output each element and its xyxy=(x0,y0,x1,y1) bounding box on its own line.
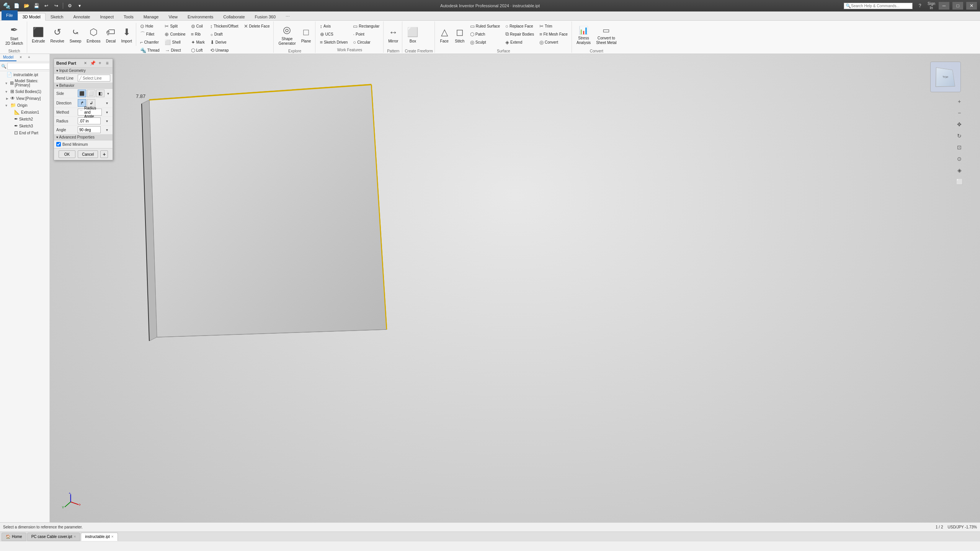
mark-btn[interactable]: ✦Mark xyxy=(189,38,207,46)
tab-tools[interactable]: Tools xyxy=(119,13,139,20)
tree-item-origin[interactable]: ▾ 📁 Origin xyxy=(0,102,49,109)
side-btn-1[interactable]: ⬛ xyxy=(78,90,86,97)
point-btn[interactable]: ·Point xyxy=(351,30,382,38)
maximize-btn[interactable]: □ xyxy=(952,2,963,10)
viewport[interactable]: 7.87 X Y Z TOP + − ✥ ↻ ⊡ ⊙ ◈ ⬜ xyxy=(50,54,980,522)
viewcube[interactable]: TOP xyxy=(930,62,961,92)
display-btn[interactable]: ⬜ xyxy=(954,176,965,187)
thread-btn[interactable]: 🔩Thread xyxy=(138,46,162,54)
derive-btn[interactable]: ⬇Derive xyxy=(208,38,241,46)
rib-btn[interactable]: ≡Rib xyxy=(189,30,207,38)
emboss-btn[interactable]: ⬡ Emboss xyxy=(84,22,103,48)
replace-face-btn[interactable]: ○Replace Face xyxy=(503,22,536,30)
advanced-section[interactable]: ▾ Advanced Properties xyxy=(54,134,113,140)
signin-btn[interactable]: Sign In xyxy=(927,2,936,10)
decal-btn[interactable]: 🏷 Decal xyxy=(103,22,118,48)
qa-btn-redo[interactable]: ↪ xyxy=(52,2,60,10)
delete-face-btn[interactable]: ✕Delete Face xyxy=(242,22,272,30)
stress-analysis-btn[interactable]: 📊 StressAnalysis xyxy=(574,22,593,48)
combine-btn[interactable]: ⊕Combine xyxy=(162,30,188,38)
split-btn[interactable]: ✂Split xyxy=(162,22,188,30)
qa-btn-open[interactable]: 📂 xyxy=(22,2,31,10)
behavior-section[interactable]: ▾ Behavior xyxy=(54,83,113,89)
tree-item-model-states[interactable]: ▾ ⊞ Model States:[Primary] xyxy=(0,78,49,88)
extrude-btn[interactable]: ⬛ Extrude xyxy=(29,22,47,48)
sculpt-btn[interactable]: ◎Sculpt xyxy=(468,38,502,46)
tree-item-solid-bodies[interactable]: ▾ ⊞ Solid Bodies(1) xyxy=(0,88,49,95)
qa-btn-save[interactable]: 💾 xyxy=(32,2,41,10)
btab-home[interactable]: 🏠 Home xyxy=(2,533,26,541)
method-select[interactable]: ⌒ Radius and Angle xyxy=(78,109,102,116)
input-geometry-section[interactable]: ▾ Input Geometry xyxy=(54,68,113,74)
panel-tab-model[interactable]: Model xyxy=(0,54,16,61)
box-btn[interactable]: ⬜ Box xyxy=(405,22,421,48)
zoom-in-btn[interactable]: + xyxy=(954,96,965,107)
revolve-btn[interactable]: ↺ Revolve xyxy=(48,22,67,48)
thicken-btn[interactable]: ↕Thicken/Offset xyxy=(208,22,241,30)
sketch-driven-btn[interactable]: ≡Sketch Driven xyxy=(318,38,350,46)
close-btn[interactable]: ✕ xyxy=(966,2,977,10)
sweep-btn[interactable]: ⤿ Sweep xyxy=(67,22,84,48)
direction-expand-btn[interactable]: ▾ xyxy=(103,99,110,106)
prop-footer-add-btn[interactable]: + xyxy=(100,150,108,158)
help-btn[interactable]: ? xyxy=(916,2,924,10)
ruled-surface-btn[interactable]: ▭Ruled Surface xyxy=(468,22,502,30)
tree-item-sketch2[interactable]: ✒ Sketch2 xyxy=(0,116,49,122)
tab-3d-model[interactable]: 3D Model xyxy=(18,13,46,21)
repair-bodies-btn[interactable]: ⧉Repair Bodies xyxy=(503,30,536,38)
tab-fusion360[interactable]: Fusion 360 xyxy=(250,13,281,20)
rectangular-btn[interactable]: ▭Rectangular xyxy=(351,22,382,30)
tab-annotate[interactable]: Annotate xyxy=(68,13,95,20)
direct-btn[interactable]: →Direct xyxy=(162,46,188,54)
face-btn[interactable]: △ Face xyxy=(437,22,452,48)
chamfer-btn[interactable]: ⌐Chamfer xyxy=(138,38,162,46)
radius-expand-btn[interactable]: ▾ xyxy=(103,117,110,124)
prop-pin-btn[interactable]: 📌 xyxy=(90,60,96,66)
bend-minimum-checkbox[interactable] xyxy=(56,142,61,147)
loft-btn[interactable]: ⬡Loft xyxy=(189,46,207,54)
qa-dropdown[interactable]: ▾ xyxy=(75,2,84,10)
method-expand-btn[interactable]: ▾ xyxy=(103,109,110,116)
prop-close-btn[interactable]: × xyxy=(82,60,88,66)
hole-btn[interactable]: ⊙Hole xyxy=(138,22,162,30)
radius-input[interactable] xyxy=(78,117,101,124)
cancel-btn[interactable]: Cancel xyxy=(78,150,98,158)
side-expand-btn[interactable]: ▾ xyxy=(106,90,110,97)
tree-item-view[interactable]: ► 👁 View:[Primary] xyxy=(0,95,49,102)
coil-btn[interactable]: ⊜Coil xyxy=(189,22,207,30)
side-btn-2[interactable]: ⬜ xyxy=(87,90,95,97)
angle-input[interactable] xyxy=(78,126,101,133)
panel-tab-close[interactable]: × xyxy=(16,54,25,61)
tab-inspect[interactable]: Inspect xyxy=(95,13,119,20)
start-2d-sketch-btn[interactable]: ✒ Start2D Sketch xyxy=(3,22,25,48)
fit-mesh-face-btn[interactable]: ≡Fit Mesh Face xyxy=(537,30,570,38)
tree-search-input[interactable] xyxy=(7,63,50,70)
orbit-btn[interactable]: ↻ xyxy=(954,130,965,141)
trim-btn[interactable]: ✂Trim xyxy=(537,22,570,30)
pan-btn[interactable]: ✥ xyxy=(954,119,965,130)
file-tab[interactable]: File xyxy=(2,10,18,20)
plane-btn[interactable]: □ Plane xyxy=(299,22,314,48)
minimize-btn[interactable]: ─ xyxy=(939,2,949,10)
convert-btn[interactable]: ◎Convert xyxy=(537,38,570,46)
qa-btn-new[interactable]: 📄 xyxy=(12,2,21,10)
fillet-btn[interactable]: ⌒Fillet xyxy=(138,30,162,38)
tab-more[interactable]: ⋯ xyxy=(281,13,295,20)
draft-btn[interactable]: ⬦Draft xyxy=(208,30,241,38)
patch-btn[interactable]: ⬡Patch xyxy=(468,30,502,38)
zoom-out-btn[interactable]: − xyxy=(954,108,965,118)
tree-item-extrusion1[interactable]: 📐 Extrusion1 xyxy=(0,109,49,116)
unwrap-btn[interactable]: ⟲Unwrap xyxy=(208,46,241,54)
btab-pc-case-close[interactable]: × xyxy=(74,535,76,539)
bend-line-select[interactable]: ╱ Select Line xyxy=(78,75,110,82)
convert-sheet-metal-btn[interactable]: ▭ Convert toSheet Metal xyxy=(594,22,619,48)
tree-item-end-of-part[interactable]: ⊡ End of Part xyxy=(0,129,49,136)
tab-view[interactable]: View xyxy=(163,13,183,20)
prop-menu-btn[interactable]: ≡ xyxy=(104,60,110,66)
panel-tab-add[interactable]: + xyxy=(25,54,33,61)
appearance-btn[interactable]: ◈ xyxy=(954,165,965,176)
btab-instructable[interactable]: instructable.ipt × xyxy=(81,533,118,541)
axis-btn[interactable]: ↕Axis xyxy=(318,22,350,30)
tab-environments[interactable]: Environments xyxy=(183,13,218,20)
qa-btn-generic[interactable]: ⚙ xyxy=(65,2,74,10)
